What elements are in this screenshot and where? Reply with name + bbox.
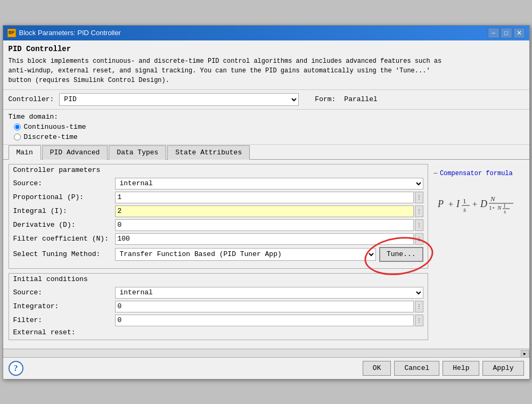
window-icon: BP — [7, 29, 16, 37]
tune-button[interactable]: Tune... — [379, 247, 423, 262]
params-right: − Compensator formula P + I 1 s — [433, 164, 524, 344]
external-reset-row: External reset: — [13, 328, 423, 336]
main-body: Controller parameters Source: internal e… — [3, 160, 529, 357]
window-title: Block Parameters: PID Controller — [19, 29, 121, 37]
source-select[interactable]: internal external — [115, 178, 423, 189]
ic-source-row: Source: internal external — [13, 287, 423, 299]
block-description: This block implements continuous- and di… — [9, 56, 524, 85]
source-row: Source: internal external — [13, 178, 423, 189]
proportional-menu-btn[interactable]: ⋮ — [415, 192, 423, 203]
time-domain-section: Time domain: Continuous-time Discrete-ti… — [3, 110, 529, 145]
filter-label: Filter: — [13, 316, 112, 324]
integrator-row: Integrator: ⋮ — [13, 301, 423, 312]
controller-parameters-group: Controller parameters Source: internal e… — [9, 164, 428, 269]
tune-btn-wrap: Tune... — [379, 247, 423, 262]
cancel-button[interactable]: Cancel — [394, 361, 439, 376]
form-value: Parallel — [344, 95, 377, 103]
scroll-right-arrow[interactable]: ▶ — [521, 350, 529, 357]
ok-button[interactable]: OK — [363, 361, 391, 376]
filter-input-wrap: ⋮ — [115, 315, 423, 326]
integrator-input-wrap: ⋮ — [115, 301, 423, 312]
tuning-method-label: Select Tuning Method: — [13, 250, 112, 258]
compensator-link-label: Compensator formula — [440, 170, 513, 177]
time-domain-label: Time domain: — [9, 113, 524, 121]
integral-label: Integral (I): — [13, 207, 112, 215]
proportional-input-wrap: ⋮ — [115, 192, 423, 203]
integral-input[interactable] — [115, 205, 414, 217]
filter-input[interactable] — [115, 315, 414, 326]
ic-source-select[interactable]: internal external — [115, 287, 423, 299]
proportional-input[interactable] — [115, 192, 414, 203]
proportional-row: Proportional (P): ⋮ — [13, 192, 423, 203]
initial-conditions-title: Initial conditions — [9, 274, 428, 285]
continuous-time-radio[interactable] — [14, 123, 21, 130]
svg-text:s: s — [504, 209, 506, 215]
help-icon-button[interactable]: ? — [9, 361, 23, 376]
tab-main[interactable]: Main — [9, 145, 41, 160]
tabs-section: Main PID Advanced Data Types State Attri… — [3, 145, 529, 160]
external-reset-label: External reset: — [13, 328, 112, 336]
ic-source-label: Source: — [13, 288, 112, 296]
controller-label: Controller: — [9, 95, 54, 103]
controller-row: Controller: PID PI PD P I Form: Parallel — [3, 90, 529, 110]
params-left: Controller parameters Source: internal e… — [9, 164, 428, 344]
integrator-input[interactable] — [115, 301, 414, 312]
tab-pid-advanced[interactable]: PID Advanced — [42, 145, 108, 160]
controller-select[interactable]: PID PI PD P I — [59, 93, 299, 106]
source-label: Source: — [13, 179, 112, 187]
integrator-menu-btn[interactable]: ⋮ — [415, 301, 423, 312]
bottom-bar: ? OK Cancel Help Apply — [3, 357, 529, 379]
derivative-input-wrap: ⋮ — [115, 219, 423, 231]
svg-text:P: P — [437, 199, 444, 209]
filter-coefficient-label: Filter coefficient (N): — [13, 235, 112, 243]
svg-text:1: 1 — [503, 203, 506, 209]
collapse-icon: − — [433, 169, 438, 178]
tab-data-types[interactable]: Data Types — [109, 145, 166, 160]
derivative-input[interactable] — [115, 219, 414, 231]
integral-menu-btn[interactable]: ⋮ — [415, 205, 423, 217]
continuous-time-label: Continuous-time — [24, 123, 86, 131]
initial-conditions-content: Source: internal external Integrator: — [9, 285, 428, 340]
tuning-method-row: Select Tuning Method: Transfer Function … — [13, 247, 423, 262]
filter-coefficient-input[interactable] — [115, 233, 414, 245]
tuning-method-select[interactable]: Transfer Function Based (PID Tuner App) … — [115, 248, 376, 261]
maximize-button[interactable]: □ — [501, 28, 512, 38]
discrete-time-label: Discrete-time — [24, 133, 78, 141]
svg-text:N: N — [497, 204, 502, 211]
compensator-link[interactable]: − Compensator formula — [433, 169, 513, 178]
title-bar: BP Block Parameters: PID Controller − □ … — [3, 26, 529, 40]
continuous-time-option[interactable]: Continuous-time — [14, 123, 524, 131]
svg-text:1+: 1+ — [489, 204, 495, 211]
main-window: BP Block Parameters: PID Controller − □ … — [3, 25, 530, 380]
integral-input-wrap: ⋮ — [115, 205, 423, 217]
controller-params-content: Source: internal external Proportional (… — [9, 176, 428, 268]
help-button[interactable]: Help — [443, 361, 479, 376]
svg-text:N: N — [490, 195, 496, 203]
filter-coefficient-row: Filter coefficient (N): ⋮ — [13, 233, 423, 245]
discrete-time-option[interactable]: Discrete-time — [14, 133, 524, 141]
tab-state-attributes[interactable]: State Attributes — [167, 145, 250, 160]
svg-text:1: 1 — [463, 197, 466, 205]
controller-params-title: Controller parameters — [9, 164, 428, 176]
filter-coefficient-menu-btn[interactable]: ⋮ — [415, 233, 423, 245]
svg-text:I: I — [456, 199, 460, 209]
svg-text:s: s — [463, 205, 466, 213]
filter-row: Filter: ⋮ — [13, 315, 423, 326]
minimize-button[interactable]: − — [488, 28, 500, 38]
scroll-indicator: ▶ — [3, 349, 529, 357]
derivative-menu-btn[interactable]: ⋮ — [415, 219, 423, 231]
filter-menu-btn[interactable]: ⋮ — [415, 315, 423, 326]
close-button[interactable]: ✕ — [513, 28, 525, 38]
proportional-label: Proportional (P): — [13, 193, 112, 201]
title-controls: − □ ✕ — [488, 28, 525, 38]
derivative-label: Derivative (D): — [13, 221, 112, 229]
discrete-time-radio[interactable] — [14, 134, 21, 141]
time-domain-radio-group: Continuous-time Discrete-time — [9, 123, 524, 141]
initial-conditions-group: Initial conditions Source: internal exte… — [9, 273, 428, 340]
compensator-formula-svg: P + I 1 s + D N 1+ — [433, 183, 516, 226]
integral-row: Integral (I): ⋮ — [13, 205, 423, 217]
apply-button[interactable]: Apply — [482, 361, 523, 376]
params-section: Controller parameters Source: internal e… — [3, 160, 529, 349]
svg-text:D: D — [480, 199, 487, 209]
svg-text:+: + — [472, 200, 477, 209]
